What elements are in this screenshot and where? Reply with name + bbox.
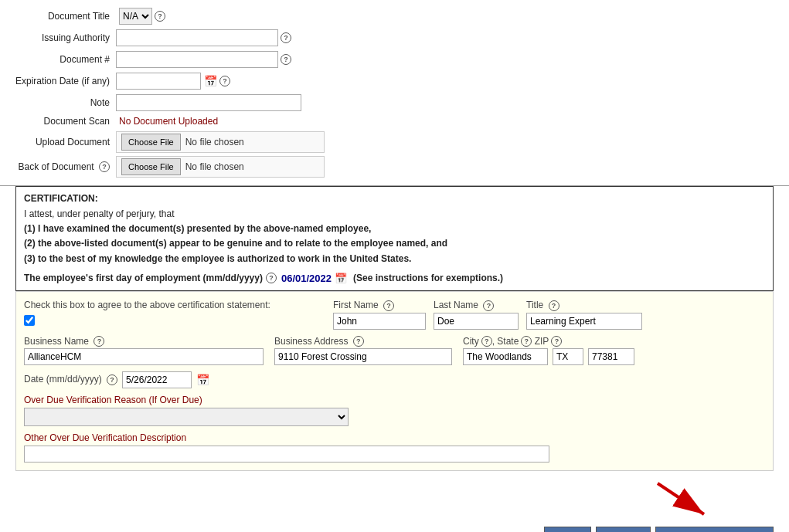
red-arrow-svg (634, 476, 727, 522)
choose-file-button-back[interactable]: Choose File (121, 158, 181, 175)
save-button[interactable]: Save (544, 527, 591, 532)
business-address-help-icon[interactable]: ? (353, 336, 364, 347)
cert-line1: I attest, under penalty of perjury, that (24, 207, 765, 222)
date-help-icon[interactable]: ? (107, 374, 117, 385)
cert-line4: (3) to the best of my knowledge the empl… (24, 252, 765, 266)
top-section: Document Title N/A ? Issuing Authority ?… (0, 0, 789, 186)
document-title-row: Document Title N/A ? (15, 8, 774, 25)
checkbox-container (24, 315, 318, 328)
see-instructions: (See instructions for exemptions.) (353, 273, 503, 283)
first-name-label: First Name ? (333, 300, 426, 311)
cert-title: CERTIFICATION: (24, 193, 765, 204)
title-input[interactable] (526, 313, 642, 330)
city-state-zip-label: City?, State? ZIP? (463, 336, 634, 347)
check-statement-label: Check this box to agree to the above cer… (24, 300, 318, 310)
cert-form-top-row: Check this box to agree to the above cer… (24, 300, 765, 330)
agree-checkbox[interactable] (24, 315, 35, 326)
overdue-reason-label: Over Due Verification Reason (If Over Du… (24, 395, 765, 405)
last-name-input[interactable] (434, 313, 519, 330)
state-input[interactable] (553, 348, 583, 365)
employment-date-label: The employee's first day of employment (… (24, 273, 263, 283)
no-file-chosen-upload: No file chosen (185, 137, 244, 147)
city-state-zip-inputs (463, 348, 634, 365)
document-num-input[interactable] (116, 51, 278, 68)
footer-buttons: Save Cancel Return to Portal Users (0, 522, 789, 532)
document-scan-label: Document Scan (15, 116, 116, 127)
upload-document-row: Upload Document Choose File No file chos… (15, 131, 774, 153)
other-overdue-label: Other Over Due Verification Description (24, 432, 765, 443)
svg-line-1 (658, 483, 704, 514)
document-title-select[interactable]: N/A (119, 8, 152, 25)
upload-document-wrapper: Choose File No file chosen (116, 131, 325, 153)
expiration-date-input[interactable] (116, 73, 201, 90)
date-input[interactable] (122, 371, 192, 388)
city-input[interactable] (463, 348, 548, 365)
note-label: Note (15, 97, 116, 108)
state-help-icon[interactable]: ? (521, 336, 532, 347)
issuing-authority-input[interactable] (116, 29, 278, 46)
cert-form-section: Check this box to agree to the above cer… (15, 291, 774, 472)
zip-help-icon[interactable]: ? (551, 336, 562, 347)
title-group: Title ? (526, 300, 642, 330)
document-num-row: Document # ? (15, 51, 774, 68)
employment-date-row: The employee's first day of employment (… (24, 273, 765, 284)
page-wrapper: Document Title N/A ? Issuing Authority ?… (0, 0, 789, 532)
check-col: Check this box to agree to the above cer… (24, 300, 318, 328)
business-row: Business Name ? Business Address ? City?… (24, 336, 765, 366)
cancel-button[interactable]: Cancel (596, 527, 651, 532)
document-num-label: Document # (15, 54, 116, 65)
last-name-help-icon[interactable]: ? (483, 300, 494, 311)
zip-input[interactable] (588, 348, 634, 365)
return-to-portal-users-button[interactable]: Return to Portal Users (655, 527, 774, 532)
business-name-group: Business Name ? (24, 336, 264, 366)
business-name-help-icon[interactable]: ? (94, 336, 104, 347)
title-help-icon[interactable]: ? (549, 300, 559, 311)
document-title-help-icon[interactable]: ? (155, 11, 165, 22)
footer-area: Save Cancel Return to Portal Users (0, 476, 789, 532)
business-address-label: Business Address ? (274, 336, 452, 347)
employment-cal-icon[interactable]: 📅 (335, 273, 347, 284)
first-name-help-icon[interactable]: ? (383, 300, 394, 311)
business-name-label: Business Name ? (24, 336, 264, 347)
name-title-group: First Name ? Last Name ? Title ? (333, 300, 765, 330)
back-of-document-help-icon[interactable]: ? (99, 161, 110, 172)
last-name-label: Last Name ? (434, 300, 519, 311)
cert-line3: (2) the above-listed document(s) appear … (24, 236, 765, 251)
date-label: Date (mm/dd/yyyy) ? (24, 374, 117, 385)
employment-date-value: 06/01/2022 (281, 273, 332, 284)
business-address-input[interactable] (274, 348, 452, 365)
note-row: Note (15, 94, 774, 111)
issuing-authority-help-icon[interactable]: ? (281, 32, 291, 43)
first-name-input[interactable] (333, 313, 426, 330)
title-label: Title ? (526, 300, 642, 311)
choose-file-button-upload[interactable]: Choose File (121, 134, 181, 151)
business-address-group: Business Address ? (274, 336, 452, 366)
date-cal-icon[interactable]: 📅 (196, 374, 209, 386)
last-name-group: Last Name ? (434, 300, 519, 330)
business-name-input[interactable] (24, 348, 264, 365)
first-name-group: First Name ? (333, 300, 426, 330)
expiration-date-row: Expiration Date (if any) 📅 ? (15, 73, 774, 90)
overdue-reason-select[interactable] (24, 408, 349, 426)
other-overdue-input[interactable] (24, 446, 549, 463)
issuing-authority-row: Issuing Authority ? (15, 29, 774, 46)
arrow-container (0, 476, 789, 522)
document-scan-value: No Document Uploaded (119, 116, 218, 127)
city-state-zip-group: City?, State? ZIP? (463, 336, 634, 366)
city-help-icon[interactable]: ? (481, 336, 492, 347)
certification-section: CERTIFICATION: I attest, under penalty o… (15, 186, 774, 291)
back-of-document-row: Back of Document ? Choose File No file c… (15, 156, 774, 178)
calendar-icon[interactable]: 📅 (204, 75, 217, 87)
no-file-chosen-back: No file chosen (185, 161, 244, 172)
expiration-date-label: Expiration Date (if any) (15, 76, 116, 86)
note-input[interactable] (116, 94, 301, 111)
document-title-label: Document Title (15, 11, 116, 22)
document-scan-row: Document Scan No Document Uploaded (15, 116, 774, 127)
expiration-date-help-icon[interactable]: ? (219, 76, 230, 86)
back-of-document-wrapper: Choose File No file chosen (116, 156, 325, 178)
date-row: Date (mm/dd/yyyy) ? 📅 (24, 371, 765, 388)
back-of-document-label: Back of Document ? (15, 161, 116, 173)
employment-date-help-icon[interactable]: ? (266, 273, 277, 283)
cert-line2: (1) I have examined the document(s) pres… (24, 222, 765, 236)
document-num-help-icon[interactable]: ? (281, 54, 291, 65)
